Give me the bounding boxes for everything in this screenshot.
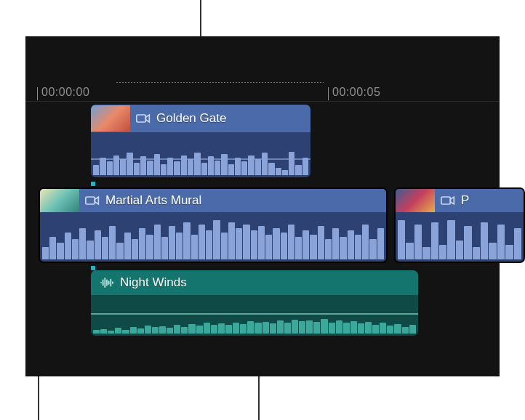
ruler-selection-range xyxy=(116,81,324,83)
waveform xyxy=(91,311,418,336)
clip-label: Golden Gate xyxy=(156,111,226,126)
primary-storyline-clip[interactable]: Martial Arts Mural xyxy=(39,187,388,263)
waveform xyxy=(40,218,386,262)
svg-rect-1 xyxy=(86,197,95,204)
connected-video-clip[interactable]: Golden Gate xyxy=(91,105,310,177)
clip-header: Martial Arts Mural xyxy=(40,189,386,212)
connection-marker xyxy=(91,182,95,186)
clip-label: P xyxy=(461,193,469,208)
clip-thumbnail xyxy=(91,105,130,132)
clip-header: P xyxy=(396,189,524,212)
video-camera-icon xyxy=(136,112,151,125)
clip-thumbnail xyxy=(396,189,435,212)
audio-wave-icon xyxy=(100,276,114,289)
connected-audio-clip[interactable]: Night Winds xyxy=(91,270,418,336)
clip-label: Martial Arts Mural xyxy=(105,193,201,208)
clip-audio-area[interactable] xyxy=(91,295,418,336)
clip-label: Night Winds xyxy=(120,275,187,290)
video-camera-icon xyxy=(85,194,100,207)
timecode-label: 00:00:05 xyxy=(332,86,380,99)
timeline-ruler[interactable]: 00:00:00 00:00:05 xyxy=(25,87,500,102)
clip-thumbnail xyxy=(40,189,79,212)
clip-audio-area[interactable] xyxy=(91,132,310,177)
svg-rect-2 xyxy=(441,197,451,204)
video-camera-icon xyxy=(441,194,455,207)
waveform xyxy=(91,150,310,177)
svg-rect-0 xyxy=(137,115,146,122)
timeline-area[interactable]: 00:00:00 00:00:05 Golden Gate xyxy=(25,36,500,376)
clip-header: Golden Gate xyxy=(91,105,310,132)
clip-header: Night Winds xyxy=(91,270,418,295)
waveform xyxy=(396,218,524,262)
timecode-label: 00:00:00 xyxy=(41,86,89,99)
primary-storyline-clip[interactable]: P xyxy=(394,187,525,263)
